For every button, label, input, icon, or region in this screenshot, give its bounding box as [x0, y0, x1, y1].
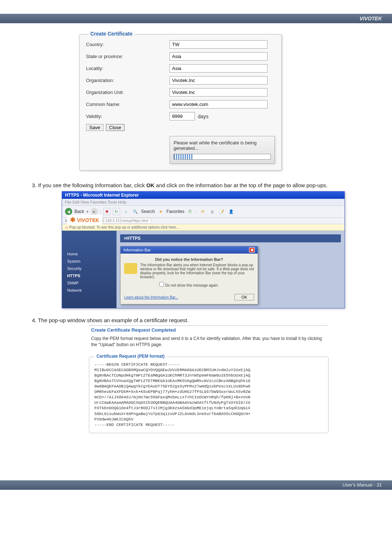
dialog-footer: Learn about the Information Bar... OK: [121, 294, 258, 304]
step4-text: 4. The pop-up window shows an example of…: [32, 316, 367, 324]
row-validity: Validity: days: [86, 112, 275, 120]
create-certificate-legend: Create Certificate: [88, 31, 135, 37]
cert-request-panel: Create Certificate Request Completed Cop…: [89, 325, 328, 433]
popup-blocked-icon: ⚠: [65, 225, 68, 229]
row-country: Country:: [86, 40, 275, 49]
cert-request-title: Create Certificate Request Completed: [89, 325, 328, 336]
dialog-heading: Did you notice the Information Bar?: [124, 257, 254, 262]
row-org-unit: Organization Unit:: [86, 88, 275, 97]
search-icon[interactable]: 🔍: [132, 208, 139, 215]
sidebar-item-system[interactable]: System: [67, 259, 111, 263]
label-org-unit: Organization Unit:: [86, 90, 170, 95]
row-locality: Locality:: [86, 64, 275, 73]
dialog-body: Did you notice the Information Bar? The …: [121, 254, 258, 294]
ie-main: >HTTPS Information Bar ✖ Did you notice …: [117, 231, 344, 308]
dialog-message: The Information Bar alerts you when Inte…: [140, 263, 254, 279]
ie-infobar-text: Pop-up blocked. To see this pop-up or ad…: [69, 225, 179, 229]
sidebar-item-security[interactable]: Security: [67, 266, 111, 271]
input-locality[interactable]: [170, 64, 268, 73]
save-button[interactable]: Save: [86, 124, 103, 131]
ie-window: HTTPS - Microsoft Internet Explorer File…: [62, 191, 345, 308]
page-content: Create Certificate Country: State or pro…: [0, 23, 392, 433]
ie-menubar[interactable]: File Edit View Favorites Tools Help: [62, 199, 344, 206]
learn-more-link[interactable]: Learn about the Information Bar...: [124, 295, 178, 299]
row-organization: Organization:: [86, 76, 275, 85]
search-label[interactable]: Search: [141, 209, 155, 214]
dialog-titlebar: Information Bar ✖: [121, 246, 258, 254]
close-button[interactable]: Close: [106, 124, 124, 131]
ie-information-bar[interactable]: ⚠ Pop-up blocked. To see this pop-up or …: [62, 224, 344, 231]
input-organization[interactable]: [170, 76, 268, 85]
step3-text: 3. If you see the following Information …: [32, 181, 367, 189]
https-section-header: >HTTPS: [120, 234, 341, 242]
favorites-icon[interactable]: ★: [157, 208, 164, 215]
stop-icon[interactable]: ✖: [103, 208, 111, 215]
refresh-icon[interactable]: ↻: [113, 208, 120, 215]
input-org-unit[interactable]: [170, 88, 268, 97]
progress-fill: [174, 154, 193, 159]
ok-button[interactable]: OK: [234, 294, 254, 300]
info-icon: [124, 263, 137, 274]
generating-text: Please wait while the certificate is bei…: [173, 140, 271, 151]
sidebar-item-snmp[interactable]: SNMP: [67, 281, 111, 285]
input-cn[interactable]: [170, 100, 268, 108]
dont-show-label: Do not show this message again.: [165, 283, 219, 287]
edit-icon[interactable]: 📝: [218, 208, 225, 215]
dont-show-checkbox[interactable]: [159, 282, 164, 287]
pem-legend: Certificate Request (PEM format): [94, 354, 167, 359]
history-icon[interactable]: ⏱: [187, 208, 194, 215]
messenger-icon[interactable]: 👤: [228, 208, 235, 215]
dialog-checkbox-row: Do not show this message again.: [124, 282, 254, 287]
ie-sidebar: ✱ VIVOTEK Home System Security HTTPS SNM…: [62, 231, 117, 308]
forward-icon[interactable]: ►: [91, 208, 98, 215]
label-country: Country:: [86, 42, 170, 47]
input-country[interactable]: [170, 40, 268, 49]
input-validity[interactable]: [170, 112, 195, 120]
ie-address-bar: Address 📄 http://192.168.5.151/setup/htt…: [62, 218, 344, 224]
row-state: State or province:: [86, 52, 275, 61]
label-state: State or province:: [86, 54, 170, 59]
close-icon[interactable]: ✖: [249, 247, 255, 253]
vivotek-logo: ✱ VIVOTEK: [67, 215, 102, 225]
ie-titlebar: HTTPS - Microsoft Internet Explorer: [62, 192, 344, 199]
validity-unit: days: [198, 114, 209, 119]
create-certificate-panel: Create Certificate Country: State or pro…: [79, 34, 282, 171]
back-icon[interactable]: ◄: [65, 208, 72, 215]
footer-text: User's Manual - 31: [342, 482, 382, 488]
header-band: VIVOTEK: [0, 14, 392, 23]
sidebar-item-network[interactable]: Network: [67, 288, 111, 292]
home-icon[interactable]: ⌂: [122, 208, 130, 215]
ie-body: ✱ VIVOTEK Home System Security HTTPS SNM…: [62, 231, 344, 308]
sidebar-item-https[interactable]: HTTPS: [67, 274, 111, 278]
information-bar-dialog: Information Bar ✖ Did you notice the Inf…: [120, 246, 258, 304]
dialog-title-text: Information Bar: [123, 248, 151, 252]
label-validity: Validity:: [86, 114, 170, 119]
row-cn: Common Name:: [86, 100, 275, 108]
pem-text[interactable]: -----BEGIN CERTIFICATE REQUEST----- MIIB…: [94, 362, 323, 428]
sidebar-item-home[interactable]: Home: [67, 252, 111, 256]
button-row: Save Close: [86, 124, 275, 131]
ie-toolbar: ◄ Back ▾ ► | ✖ ↻ ⌂ 🔍 Search ★ Favorites …: [62, 206, 344, 218]
back-label[interactable]: Back: [74, 209, 84, 214]
favorites-label[interactable]: Favorites: [167, 209, 184, 214]
progress-bar: [173, 154, 271, 160]
cert-request-desc: Copy the PEM format request below and se…: [89, 336, 328, 353]
mail-icon[interactable]: ✉: [199, 208, 207, 215]
label-organization: Organization:: [86, 78, 170, 83]
pem-fieldset: Certificate Request (PEM format) -----BE…: [89, 357, 328, 433]
label-cn: Common Name:: [86, 102, 170, 107]
print-icon[interactable]: 🖨: [209, 208, 216, 215]
input-state[interactable]: [170, 52, 268, 61]
label-locality: Locality:: [86, 66, 170, 71]
footer-band: User's Manual - 31: [0, 480, 392, 490]
brand-logo: VIVOTEK: [360, 16, 382, 21]
generating-panel: Please wait while the certificate is bei…: [170, 136, 275, 164]
